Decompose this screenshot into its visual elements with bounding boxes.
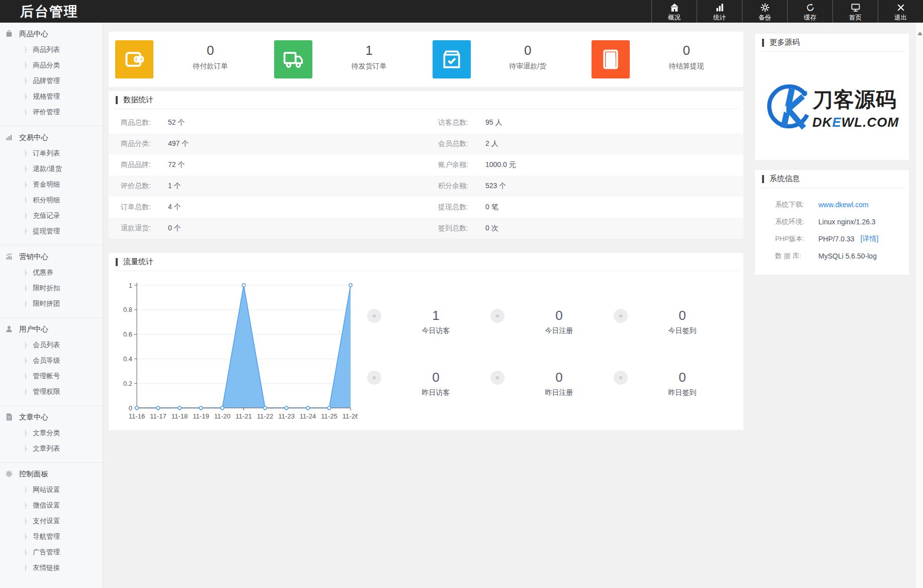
truck-icon (282, 48, 304, 70)
nav-statistics[interactable]: 统计 (697, 0, 742, 23)
nav-label: 备份 (759, 14, 771, 22)
gear-icon (5, 470, 13, 478)
sidebar-item-fund-detail[interactable]: ├资金明细 (0, 177, 103, 192)
tree-branch-icon: ├ (24, 228, 27, 235)
bar-chart-icon (5, 133, 13, 141)
sidebar-item-member-list[interactable]: ├会员列表 (0, 337, 103, 353)
sidebar-section-article: 文章中心 ├文章分类 ├文章列表 (0, 406, 103, 463)
sidebar-section-header[interactable]: 用户中心 (0, 323, 103, 335)
svg-text:11-18: 11-18 (172, 412, 188, 420)
equals-icon: = (490, 309, 505, 323)
sidebar-item-goods-category[interactable]: ├商品分类 (0, 57, 103, 73)
panel-title: 系统信息 (760, 170, 904, 188)
wallet-icon (123, 48, 145, 70)
stat-row: 订单总数:4 个 提现总数:0 笔 (109, 197, 743, 218)
tree-branch-icon: ├ (24, 93, 27, 100)
tree-branch-icon: ├ (24, 342, 27, 349)
top-nav: 概况 统计 备份 缓存 首页 退出 (651, 0, 923, 23)
card-pending-refund[interactable]: 0 待审退款/货 (426, 32, 585, 87)
traffic-stats-grid: = 1今日访客 = 0今日注册 = 0今日签到 = 0昨日访客 = 0昨日注册 (367, 297, 737, 421)
sidebar-item-review-manage[interactable]: ├评价管理 (0, 104, 103, 120)
stat-row: 退款退货:0 个 签到总数:0 次 (109, 218, 743, 239)
sidebar-item-order-list[interactable]: ├订单列表 (0, 145, 103, 161)
nav-label: 缓存 (804, 14, 816, 22)
sidebar-item-spec-manage[interactable]: ├规格管理 (0, 89, 103, 104)
sidebar: 商品中心 ├商品列表 ├商品分类 ├品牌管理 ├规格管理 ├评价管理 交易中心 … (0, 23, 103, 588)
sidebar-section-header[interactable]: 交易中心 (0, 131, 103, 143)
sidebar-item-admin-account[interactable]: ├管理帐号 (0, 368, 103, 384)
nav-homepage[interactable]: 首页 (832, 0, 878, 23)
sidebar-item-goods-list[interactable]: ├商品列表 (0, 42, 103, 57)
stat-row: 评价总数:1 个 积分余额:523 个 (109, 176, 743, 197)
sidebar-section-header[interactable]: 文章中心 (0, 411, 103, 423)
svg-text:11-24: 11-24 (300, 412, 316, 420)
sidebar-item-brand-manage[interactable]: ├品牌管理 (0, 73, 103, 89)
card-pending-settle[interactable]: 0 待结算提现 (585, 32, 744, 87)
nav-logout[interactable]: 退出 (878, 0, 923, 23)
card-value: 0 (153, 43, 268, 58)
gear-icon (760, 3, 770, 13)
nav-overview[interactable]: 概况 (651, 0, 697, 23)
tree-branch-icon: ├ (24, 564, 27, 571)
sidebar-item-recharge-record[interactable]: ├充值记录 (0, 208, 103, 223)
download-link[interactable]: www.dkewl.com (818, 201, 869, 209)
card-value: 1 (312, 43, 427, 58)
sidebar-section-trade: 交易中心 ├订单列表 ├退款/退货 ├资金明细 ├积分明细 ├充值记录 ├提现管… (0, 126, 103, 245)
sidebar-item-payment-settings[interactable]: ├支付设置 (0, 513, 103, 529)
php-detail-link[interactable]: [详情] (861, 234, 879, 243)
card-label: 待发货订单 (312, 62, 427, 71)
tree-branch-icon: ├ (24, 486, 27, 493)
sidebar-section-header[interactable]: 商品中心 (0, 28, 103, 40)
nav-cache[interactable]: 缓存 (787, 0, 832, 23)
nav-backup[interactable]: 备份 (742, 0, 787, 23)
tree-branch-icon: ├ (24, 165, 27, 173)
sidebar-section-title: 交易中心 (19, 133, 48, 142)
equals-icon: = (614, 309, 628, 323)
svg-text:11-20: 11-20 (214, 412, 230, 420)
sidebar-item-coupon[interactable]: ├优惠券 (0, 265, 103, 280)
sidebar-item-refund-return[interactable]: ├退款/退货 (0, 161, 103, 177)
sidebar-section-header[interactable]: 控制面板 (0, 468, 103, 480)
stat-row: 商品品牌:72 个 账户余额:1000.0 元 (109, 154, 743, 176)
sidebar-item-member-level[interactable]: ├会员等级 (0, 353, 103, 368)
svg-text:0.4: 0.4 (123, 355, 132, 363)
sidebar-item-friend-links[interactable]: ├友情链接 (0, 560, 103, 575)
sidebar-item-admin-permission[interactable]: ├管理权限 (0, 384, 103, 399)
sidebar-item-group-buy[interactable]: ├限时拼团 (0, 296, 103, 311)
nav-label: 首页 (849, 14, 862, 22)
sidebar-item-article-category[interactable]: ├文章分类 (0, 425, 103, 441)
card-pending-ship[interactable]: 1 待发货订单 (268, 32, 427, 87)
bag-icon (5, 30, 13, 38)
sidebar-item-nav-manage[interactable]: ├导航管理 (0, 529, 103, 544)
sidebar-item-site-settings[interactable]: ├网站设置 (0, 482, 103, 497)
card-value: 0 (630, 43, 744, 58)
card-pending-payment[interactable]: 0 待付款订单 (109, 32, 268, 87)
tree-branch-icon: ├ (24, 533, 27, 540)
card-label: 待审退款/货 (471, 62, 585, 71)
trend-chart-icon (5, 253, 13, 261)
sidebar-section-header[interactable]: 营销中心 (0, 250, 103, 263)
sys-row-php: PHP版本: PHP/7.0.33 [详情] (755, 230, 909, 247)
scrollbar[interactable] (915, 23, 923, 588)
app-title: 后台管理 (20, 3, 78, 21)
nav-label: 退出 (894, 14, 907, 22)
refresh-icon (805, 3, 815, 13)
sidebar-item-points-detail[interactable]: ├积分明细 (0, 192, 103, 208)
sidebar-item-article-list[interactable]: ├文章列表 (0, 441, 103, 456)
equals-icon: = (367, 371, 381, 385)
svg-text:0.2: 0.2 (123, 380, 132, 387)
sidebar-item-flash-discount[interactable]: ├限时折扣 (0, 280, 103, 296)
sidebar-item-withdraw-manage[interactable]: ├提现管理 (0, 223, 103, 239)
logo-domain-text: DKEWL.COM (812, 115, 899, 130)
stat-today-registrations: = 0今日注册 (490, 297, 614, 359)
sidebar-item-wechat-settings[interactable]: ├微信设置 (0, 497, 103, 513)
sidebar-item-ad-manage[interactable]: ├广告管理 (0, 544, 103, 560)
system-info-panel: 系统信息 系统下载: www.dkewl.com 系统环境: Linux ngi… (755, 170, 909, 275)
tree-branch-icon: ├ (24, 430, 27, 437)
dkewl-logo[interactable]: 刀客源码 DKEWL.COM (755, 74, 909, 142)
tree-branch-icon: ├ (24, 502, 27, 509)
scroll-up-arrow[interactable] (917, 32, 922, 35)
title-bar-decoration (762, 39, 764, 47)
stat-row: 商品分类:497 个 会员总数:2 人 (109, 133, 743, 154)
panel-title-text: 数据统计 (123, 95, 153, 105)
